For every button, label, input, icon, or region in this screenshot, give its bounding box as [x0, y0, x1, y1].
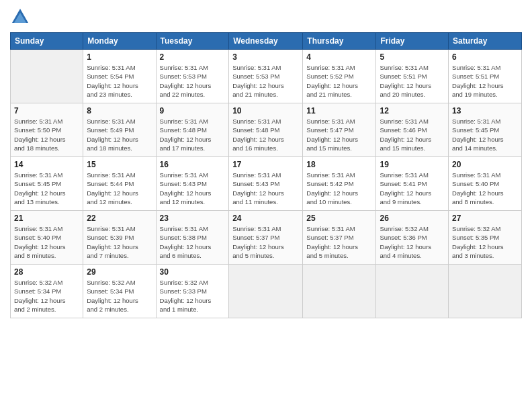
calendar-cell: 16Sunrise: 5:31 AM Sunset: 5:43 PM Dayli…	[156, 157, 229, 211]
calendar-header-thursday: Thursday	[303, 33, 376, 50]
day-info: Sunrise: 5:31 AM Sunset: 5:51 PM Dayligh…	[452, 63, 518, 99]
day-number: 26	[380, 214, 445, 223]
logo-icon	[10, 7, 30, 27]
day-number: 5	[380, 52, 445, 62]
calendar-header-monday: Monday	[83, 33, 156, 50]
day-info: Sunrise: 5:31 AM Sunset: 5:50 PM Dayligh…	[14, 117, 79, 152]
day-number: 19	[380, 160, 445, 169]
calendar-header-row: SundayMondayTuesdayWednesdayThursdayFrid…	[11, 33, 522, 50]
day-info: Sunrise: 5:32 AM Sunset: 5:35 PM Dayligh…	[452, 224, 518, 260]
calendar-cell: 4Sunrise: 5:31 AM Sunset: 5:52 PM Daylig…	[303, 50, 376, 103]
day-info: Sunrise: 5:31 AM Sunset: 5:45 PM Dayligh…	[452, 117, 518, 152]
day-info: Sunrise: 5:32 AM Sunset: 5:34 PM Dayligh…	[14, 278, 79, 314]
calendar-cell: 17Sunrise: 5:31 AM Sunset: 5:43 PM Dayli…	[229, 157, 303, 211]
calendar-cell: 18Sunrise: 5:31 AM Sunset: 5:42 PM Dayli…	[303, 157, 376, 211]
calendar-cell	[303, 265, 376, 318]
calendar-cell: 24Sunrise: 5:31 AM Sunset: 5:37 PM Dayli…	[229, 211, 303, 265]
day-number: 8	[87, 106, 152, 116]
day-number: 15	[87, 160, 152, 169]
calendar-cell	[376, 265, 449, 318]
day-info: Sunrise: 5:31 AM Sunset: 5:46 PM Dayligh…	[380, 117, 445, 152]
day-info: Sunrise: 5:31 AM Sunset: 5:42 PM Dayligh…	[306, 171, 372, 206]
day-info: Sunrise: 5:31 AM Sunset: 5:40 PM Dayligh…	[452, 171, 518, 206]
day-info: Sunrise: 5:32 AM Sunset: 5:36 PM Dayligh…	[380, 224, 445, 260]
day-number: 9	[160, 106, 226, 116]
calendar-cell: 27Sunrise: 5:32 AM Sunset: 5:35 PM Dayli…	[449, 211, 522, 265]
day-number: 22	[87, 214, 152, 223]
day-number: 24	[232, 214, 299, 223]
calendar-cell: 25Sunrise: 5:31 AM Sunset: 5:37 PM Dayli…	[303, 211, 376, 265]
calendar-week-1: 1Sunrise: 5:31 AM Sunset: 5:54 PM Daylig…	[11, 50, 522, 103]
day-info: Sunrise: 5:31 AM Sunset: 5:53 PM Dayligh…	[160, 63, 226, 99]
day-number: 17	[232, 160, 299, 169]
day-info: Sunrise: 5:31 AM Sunset: 5:37 PM Dayligh…	[232, 224, 299, 260]
calendar-table: SundayMondayTuesdayWednesdayThursdayFrid…	[10, 32, 522, 318]
day-number: 21	[14, 214, 79, 223]
calendar-cell: 13Sunrise: 5:31 AM Sunset: 5:45 PM Dayli…	[449, 103, 522, 157]
day-info: Sunrise: 5:31 AM Sunset: 5:38 PM Dayligh…	[160, 224, 226, 260]
day-info: Sunrise: 5:31 AM Sunset: 5:40 PM Dayligh…	[14, 224, 79, 260]
day-number: 6	[452, 52, 518, 62]
day-number: 25	[306, 214, 372, 223]
day-info: Sunrise: 5:32 AM Sunset: 5:34 PM Dayligh…	[87, 278, 152, 314]
calendar-cell	[449, 265, 522, 318]
day-number: 7	[14, 106, 79, 116]
day-info: Sunrise: 5:31 AM Sunset: 5:44 PM Dayligh…	[87, 171, 152, 206]
calendar-cell: 15Sunrise: 5:31 AM Sunset: 5:44 PM Dayli…	[83, 157, 156, 211]
day-info: Sunrise: 5:31 AM Sunset: 5:54 PM Dayligh…	[87, 63, 152, 99]
day-number: 29	[87, 267, 152, 277]
calendar-cell	[229, 265, 303, 318]
day-number: 23	[160, 214, 226, 223]
day-info: Sunrise: 5:31 AM Sunset: 5:43 PM Dayligh…	[232, 171, 299, 206]
day-info: Sunrise: 5:31 AM Sunset: 5:53 PM Dayligh…	[232, 63, 299, 99]
calendar-cell: 22Sunrise: 5:31 AM Sunset: 5:39 PM Dayli…	[83, 211, 156, 265]
day-number: 28	[14, 267, 79, 277]
day-number: 18	[306, 160, 372, 169]
calendar-cell: 20Sunrise: 5:31 AM Sunset: 5:40 PM Dayli…	[449, 157, 522, 211]
calendar-cell: 7Sunrise: 5:31 AM Sunset: 5:50 PM Daylig…	[11, 103, 83, 157]
day-info: Sunrise: 5:31 AM Sunset: 5:48 PM Dayligh…	[232, 117, 299, 152]
day-number: 4	[306, 52, 372, 62]
calendar-week-2: 7Sunrise: 5:31 AM Sunset: 5:50 PM Daylig…	[11, 103, 522, 157]
calendar-header-sunday: Sunday	[11, 33, 83, 50]
calendar-week-4: 21Sunrise: 5:31 AM Sunset: 5:40 PM Dayli…	[11, 211, 522, 265]
day-info: Sunrise: 5:31 AM Sunset: 5:45 PM Dayligh…	[14, 171, 79, 206]
day-number: 10	[232, 106, 299, 116]
calendar-week-3: 14Sunrise: 5:31 AM Sunset: 5:45 PM Dayli…	[11, 157, 522, 211]
day-info: Sunrise: 5:31 AM Sunset: 5:51 PM Dayligh…	[380, 63, 445, 99]
calendar-cell: 14Sunrise: 5:31 AM Sunset: 5:45 PM Dayli…	[11, 157, 83, 211]
calendar-cell: 11Sunrise: 5:31 AM Sunset: 5:47 PM Dayli…	[303, 103, 376, 157]
day-number: 2	[160, 52, 226, 62]
day-number: 14	[14, 160, 79, 169]
calendar-cell: 28Sunrise: 5:32 AM Sunset: 5:34 PM Dayli…	[11, 265, 83, 318]
page: SundayMondayTuesdayWednesdayThursdayFrid…	[0, 0, 532, 411]
day-info: Sunrise: 5:31 AM Sunset: 5:49 PM Dayligh…	[87, 117, 152, 152]
day-info: Sunrise: 5:32 AM Sunset: 5:33 PM Dayligh…	[160, 278, 226, 314]
calendar-cell: 3Sunrise: 5:31 AM Sunset: 5:53 PM Daylig…	[229, 50, 303, 103]
calendar-header-saturday: Saturday	[449, 33, 522, 50]
calendar-cell: 30Sunrise: 5:32 AM Sunset: 5:33 PM Dayli…	[156, 265, 229, 318]
day-info: Sunrise: 5:31 AM Sunset: 5:47 PM Dayligh…	[306, 117, 372, 152]
calendar-header-wednesday: Wednesday	[229, 33, 303, 50]
day-number: 12	[380, 106, 445, 116]
day-number: 1	[87, 52, 152, 62]
calendar-cell: 5Sunrise: 5:31 AM Sunset: 5:51 PM Daylig…	[376, 50, 449, 103]
day-number: 11	[306, 106, 372, 116]
calendar-cell: 6Sunrise: 5:31 AM Sunset: 5:51 PM Daylig…	[449, 50, 522, 103]
calendar-cell: 23Sunrise: 5:31 AM Sunset: 5:38 PM Dayli…	[156, 211, 229, 265]
day-info: Sunrise: 5:31 AM Sunset: 5:37 PM Dayligh…	[306, 224, 372, 260]
calendar-cell: 26Sunrise: 5:32 AM Sunset: 5:36 PM Dayli…	[376, 211, 449, 265]
calendar-cell: 21Sunrise: 5:31 AM Sunset: 5:40 PM Dayli…	[11, 211, 83, 265]
day-number: 20	[452, 160, 518, 169]
day-number: 16	[160, 160, 226, 169]
calendar-cell	[11, 50, 83, 103]
calendar-week-5: 28Sunrise: 5:32 AM Sunset: 5:34 PM Dayli…	[11, 265, 522, 318]
calendar-header-friday: Friday	[376, 33, 449, 50]
calendar-cell: 1Sunrise: 5:31 AM Sunset: 5:54 PM Daylig…	[83, 50, 156, 103]
day-info: Sunrise: 5:31 AM Sunset: 5:52 PM Dayligh…	[306, 63, 372, 99]
calendar-cell: 9Sunrise: 5:31 AM Sunset: 5:48 PM Daylig…	[156, 103, 229, 157]
calendar-cell: 2Sunrise: 5:31 AM Sunset: 5:53 PM Daylig…	[156, 50, 229, 103]
calendar-cell: 12Sunrise: 5:31 AM Sunset: 5:46 PM Dayli…	[376, 103, 449, 157]
calendar-header-tuesday: Tuesday	[156, 33, 229, 50]
day-number: 13	[452, 106, 518, 116]
